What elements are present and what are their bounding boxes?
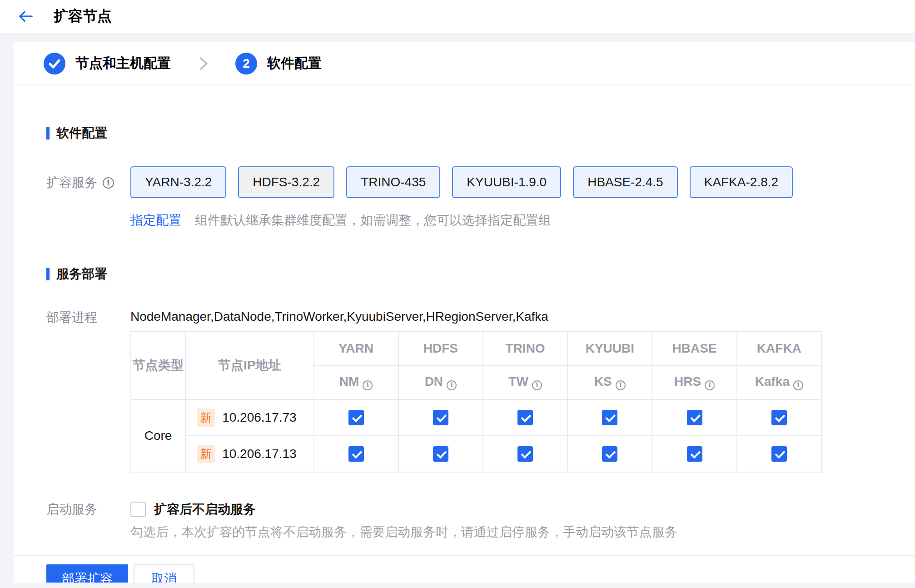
section-title-software-config: 软件配置 [46, 125, 915, 142]
step1-label[interactable]: 节点和主机配置 [75, 54, 171, 73]
no-start-checkbox[interactable] [130, 502, 146, 517]
no-start-checkbox-label[interactable]: 扩容后不启动服务 [154, 501, 256, 518]
checkbox-dn[interactable] [433, 410, 448, 425]
step-chevron-icon [199, 56, 209, 71]
service-button-hbase[interactable]: HBASE-2.4.5 [573, 166, 678, 198]
col-header-hrs: HRS [652, 365, 736, 399]
start-service-label: 启动服务 [46, 501, 130, 518]
checkbox-nm[interactable] [348, 410, 364, 425]
checkbox-hrs[interactable] [687, 446, 702, 462]
scale-services-label: 扩容服务 [46, 166, 130, 191]
service-button-kafka[interactable]: KAFKA-2.8.2 [690, 166, 793, 198]
start-service-row: 启动服务 扩容后不启动服务 勾选后，本次扩容的节点将不启动服务，需要启动服务时，… [46, 501, 915, 541]
node-ip: 10.206.17.13 [222, 447, 297, 461]
checkbox-hrs[interactable] [687, 410, 702, 425]
col-header-node-ip: 节点IP地址 [185, 331, 313, 399]
back-arrow-icon[interactable] [16, 7, 35, 25]
deploy-scale-button[interactable]: 部署扩容 [46, 564, 128, 583]
service-button-yarn[interactable]: YARN-3.2.2 [130, 166, 226, 198]
deploy-process-value: NodeManager,DataNode,TrinoWorker,KyuubiS… [130, 309, 822, 324]
step2-number-circle: 2 [235, 53, 257, 75]
col-header-yarn: YARN [314, 331, 398, 365]
checkbox-kafka[interactable] [771, 446, 787, 462]
footer-divider [14, 555, 915, 556]
checkbox-ks[interactable] [602, 446, 617, 462]
page-background: 节点和主机配置 2 软件配置 软件配置 扩容服务 YARN-3.2 [0, 33, 915, 588]
col-header-kafka-proc: Kafka [737, 365, 821, 399]
service-buttons: YARN-3.2.2 HDFS-3.2.2 TRINO-435 KYUUBI-1… [130, 166, 793, 198]
page-header: 扩容节点 [0, 0, 915, 33]
service-button-kyuubi[interactable]: KYUUBI-1.9.0 [452, 166, 561, 198]
info-icon[interactable] [103, 177, 114, 189]
checkbox-tw[interactable] [517, 446, 533, 462]
deploy-process-row: 部署进程 NodeManager,DataNode,TrinoWorker,Ky… [46, 309, 915, 473]
col-header-node-type: 节点类型 [131, 331, 185, 399]
node-ip-cell: 新 10.206.17.73 [185, 399, 313, 436]
section-title-service-deploy: 服务部署 [46, 265, 915, 283]
info-icon[interactable] [616, 380, 626, 390]
node-ip: 10.206.17.73 [222, 410, 297, 425]
info-icon[interactable] [363, 380, 373, 390]
table-row: Core 新 10.206.17.73 [131, 399, 821, 436]
footer-buttons: 部署扩容 取消 [14, 564, 915, 583]
new-badge: 新 [197, 409, 215, 427]
col-header-tw: TW [483, 365, 567, 399]
checkbox-ks[interactable] [602, 410, 617, 425]
scale-services-row: 扩容服务 YARN-3.2.2 HDFS-3.2.2 TRINO-435 KYU… [46, 166, 915, 198]
specify-config-hint: 组件默认继承集群维度配置，如需调整，您可以选择指定配置组 [195, 212, 551, 229]
col-header-dn: DN [398, 365, 483, 399]
step2-number: 2 [243, 56, 250, 71]
step2-label[interactable]: 软件配置 [267, 54, 322, 73]
service-button-hdfs[interactable]: HDFS-3.2.2 [238, 166, 334, 198]
checkbox-kafka[interactable] [771, 410, 787, 425]
service-button-trino[interactable]: TRINO-435 [346, 166, 440, 198]
specify-config-link[interactable]: 指定配置 [130, 212, 181, 229]
info-icon[interactable] [705, 380, 715, 390]
checkbox-dn[interactable] [433, 446, 448, 462]
new-badge: 新 [197, 445, 215, 463]
section-accent-bar [46, 268, 50, 280]
wizard-card: 节点和主机配置 2 软件配置 软件配置 扩容服务 YARN-3.2 [14, 42, 915, 583]
node-type-cell: Core [131, 399, 185, 472]
checkbox-tw[interactable] [517, 410, 533, 425]
section-accent-bar [46, 127, 50, 140]
specify-config-row: 指定配置 组件默认继承集群维度配置，如需调整，您可以选择指定配置组 [46, 212, 915, 229]
step-bar: 节点和主机配置 2 软件配置 [14, 42, 915, 85]
table-row: 新 10.206.17.13 [131, 436, 821, 472]
col-header-kafka: KAFKA [737, 331, 821, 365]
cancel-button[interactable]: 取消 [134, 564, 194, 583]
col-header-hbase: HBASE [652, 331, 736, 365]
col-header-trino: TRINO [483, 331, 567, 365]
col-header-hdfs: HDFS [398, 331, 483, 365]
info-icon[interactable] [793, 380, 803, 390]
info-icon[interactable] [532, 380, 542, 390]
info-icon[interactable] [447, 380, 457, 390]
checkbox-nm[interactable] [348, 446, 364, 462]
deploy-table: 节点类型 节点IP地址 YARN HDFS TRINO KYUUBI HBASE… [130, 331, 822, 473]
step1-done-check-icon [44, 53, 65, 75]
deploy-process-label: 部署进程 [46, 309, 130, 326]
col-header-nm: NM [314, 365, 398, 399]
page-title: 扩容节点 [54, 6, 112, 26]
start-service-hint: 勾选后，本次扩容的节点将不启动服务，需要启动服务时，请通过启停服务，手动启动该节… [130, 523, 677, 541]
col-header-ks: KS [567, 365, 652, 399]
col-header-kyuubi: KYUUBI [567, 331, 652, 365]
node-ip-cell: 新 10.206.17.13 [185, 436, 313, 472]
